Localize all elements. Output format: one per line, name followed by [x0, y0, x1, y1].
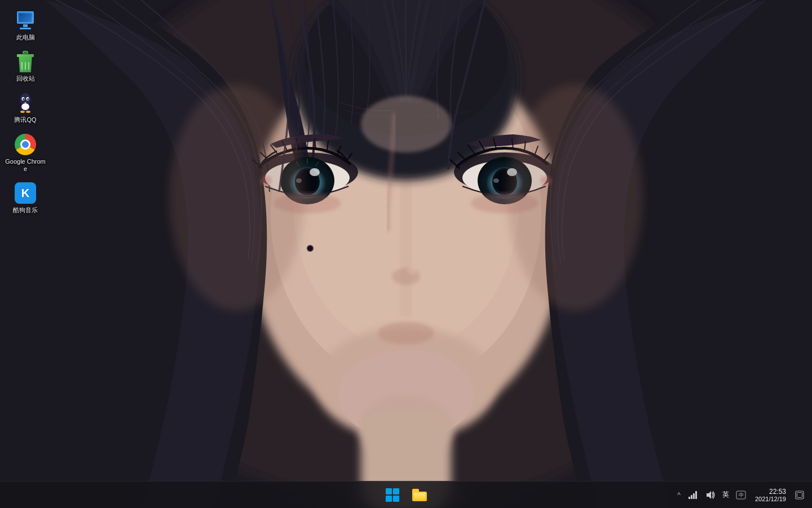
qq-label: 腾讯QQ — [14, 116, 36, 124]
svg-point-60 — [23, 98, 24, 100]
ime-button[interactable]: 中 — [732, 488, 749, 502]
recycle-bin-label: 回收站 — [16, 75, 35, 82]
desktop-icon-this-pc[interactable]: 此电脑 — [3, 6, 48, 45]
system-tray: ^ 英 中 — [674, 481, 812, 508]
desktop-wallpaper — [0, 0, 812, 508]
windows-logo-icon — [386, 488, 399, 502]
desktop-icon-qq[interactable]: 腾讯QQ — [3, 88, 48, 127]
svg-point-51 — [378, 322, 434, 344]
kuwo-icon: K — [14, 182, 37, 204]
kuwo-label: 酷狗音乐 — [13, 207, 38, 214]
svg-point-61 — [27, 98, 29, 100]
language-button[interactable]: 英 — [720, 488, 731, 502]
notification-center-button[interactable] — [792, 488, 807, 502]
svg-rect-71 — [695, 491, 697, 499]
svg-point-45 — [308, 246, 312, 251]
recycle-bin-icon — [14, 50, 37, 73]
svg-rect-75 — [797, 492, 802, 497]
chevron-up-icon: ^ — [677, 491, 681, 499]
desktop-icon-chrome[interactable]: Google Chrome — [3, 130, 48, 176]
svg-point-54 — [508, 85, 643, 310]
network-icon — [689, 491, 698, 499]
svg-text:中: 中 — [738, 492, 743, 498]
ime-icon: 中 — [736, 491, 746, 500]
svg-point-55 — [361, 96, 451, 152]
datetime-button[interactable]: 22:53 2021/12/19 — [751, 485, 791, 505]
svg-rect-68 — [689, 497, 690, 499]
svg-text:K: K — [21, 187, 30, 199]
svg-point-63 — [21, 103, 29, 110]
notification-icon — [795, 491, 804, 500]
desktop-icons-area: 此电脑 回收站 — [0, 0, 51, 485]
desktop-icon-kuwo[interactable]: K 酷狗音乐 — [3, 178, 48, 217]
wallpaper-svg — [0, 0, 812, 508]
file-explorer-button[interactable] — [407, 483, 432, 507]
desktop-icon-recycle-bin[interactable]: 回收站 — [3, 47, 48, 86]
chrome-icon — [14, 133, 37, 156]
svg-point-13 — [310, 168, 320, 176]
svg-point-65 — [26, 111, 30, 113]
speaker-icon — [705, 491, 716, 500]
network-button[interactable] — [685, 489, 701, 501]
clock-time: 22:53 — [755, 488, 786, 496]
taskbar-center — [380, 483, 432, 507]
this-pc-icon — [14, 9, 37, 32]
this-pc-label: 此电脑 — [16, 34, 35, 41]
svg-point-31 — [493, 178, 499, 183]
svg-point-43 — [407, 268, 416, 274]
tray-expand-button[interactable]: ^ — [674, 489, 684, 501]
svg-point-53 — [169, 85, 304, 310]
clock-date: 2021/12/19 — [755, 496, 786, 502]
taskbar: ^ 英 中 — [0, 481, 812, 508]
svg-point-64 — [20, 111, 25, 113]
chrome-label: Google Chrome — [5, 158, 46, 173]
qq-icon — [14, 91, 37, 114]
speaker-button[interactable] — [702, 488, 719, 502]
language-label: 英 — [722, 490, 729, 500]
svg-rect-70 — [693, 493, 695, 499]
folder-icon — [412, 489, 427, 501]
svg-rect-69 — [691, 495, 692, 499]
start-button[interactable] — [380, 483, 405, 507]
